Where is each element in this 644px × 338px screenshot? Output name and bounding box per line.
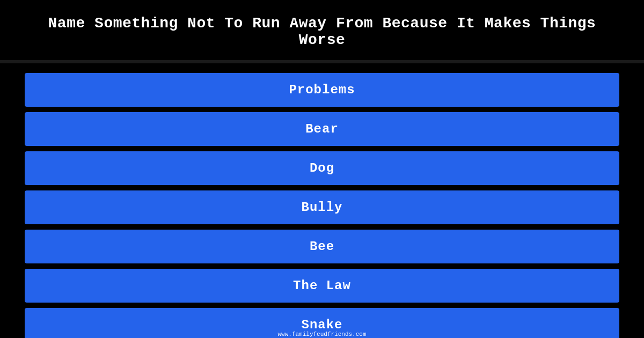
answer-text: Bee bbox=[310, 239, 334, 254]
answer-row-wrapper: Problems bbox=[25, 73, 619, 107]
answer-text: Bully bbox=[301, 200, 342, 215]
answer-text: The Law bbox=[293, 278, 351, 293]
answer-row-wrapper: Snakewww.familyfeudfriends.com bbox=[25, 308, 619, 338]
answer-row[interactable]: Bully bbox=[25, 190, 619, 224]
answer-row-wrapper: Bully bbox=[25, 190, 619, 224]
answers-list: ProblemsBearDogBullyBeeThe LawSnakewww.f… bbox=[0, 63, 644, 338]
answer-row-wrapper: Dog bbox=[25, 151, 619, 185]
answer-row[interactable]: The Law bbox=[25, 269, 619, 303]
answer-row[interactable]: Bear bbox=[25, 112, 619, 146]
answer-text: Dog bbox=[310, 161, 334, 175]
answer-text: Problems bbox=[289, 83, 355, 97]
answer-row-wrapper: The Law bbox=[25, 269, 619, 303]
answer-row[interactable]: Bee bbox=[25, 230, 619, 263]
answer-text: Bear bbox=[305, 122, 339, 136]
answer-row[interactable]: Problems bbox=[25, 73, 619, 107]
page-title: Name Something Not To Run Away From Beca… bbox=[48, 15, 596, 48]
answer-row[interactable]: Dog bbox=[25, 151, 619, 185]
page-wrapper: Name Something Not To Run Away From Beca… bbox=[0, 0, 644, 338]
answer-row-wrapper: Bee bbox=[25, 230, 619, 263]
header: Name Something Not To Run Away From Beca… bbox=[0, 0, 644, 60]
answer-text: Snake bbox=[301, 318, 342, 332]
answer-row-wrapper: Bear bbox=[25, 112, 619, 146]
watermark: www.familyfeudfriends.com bbox=[277, 331, 366, 337]
